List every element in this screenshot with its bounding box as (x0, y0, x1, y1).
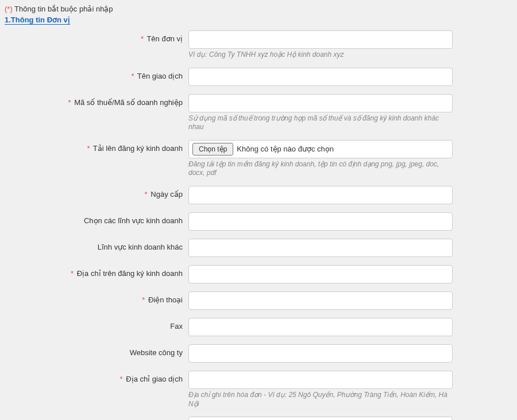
label-linh-vuc: Chọn các lĩnh vực kinh doanh (5, 212, 188, 225)
website-input[interactable] (188, 344, 453, 363)
label-ma-so-thue: * Mã số thuế/Mã số doanh nghiệp (5, 94, 188, 107)
label-linh-vuc-khac: Lĩnh vực kinh doanh khác (5, 239, 188, 251)
section-title: 1.Thông tin Đơn vị (5, 15, 70, 25)
label-ten-don-vi: * Tên đơn vị (5, 30, 188, 43)
required-star: (*) (5, 5, 13, 13)
ma-so-thue-input[interactable] (188, 94, 453, 112)
linh-vuc-input[interactable] (188, 212, 453, 231)
ngay-cap-input[interactable] (188, 186, 453, 204)
label-ten-giao-dich: * Tên giao dịch (5, 68, 188, 80)
dia-chi-dkkd-input[interactable] (188, 265, 453, 283)
file-no-file-text: Không có tệp nào được chọn (237, 145, 334, 153)
form-container: * Tên đơn vị Ví dụ: Công Ty TNHH xyz hoặ… (5, 30, 512, 420)
label-quoc-gia: * Quốc gia (5, 417, 188, 420)
ten-don-vi-input[interactable] (188, 30, 453, 49)
dien-thoai-input[interactable] (188, 291, 453, 310)
fax-input[interactable] (188, 318, 453, 336)
label-dien-thoai: * Điện thoại (5, 291, 188, 304)
ten-giao-dich-input[interactable] (188, 68, 453, 86)
label-dia-chi-gd: * Địa chỉ giao dịch (5, 371, 188, 383)
label-ngay-cap: * Ngày cấp (5, 186, 188, 199)
label-fax: Fax (5, 318, 188, 330)
dia-chi-gd-input[interactable] (188, 371, 453, 389)
tai-len-help: Đăng tải tệp tin mềm đăng ký kinh doanh,… (188, 160, 453, 178)
label-dia-chi-dkkd: * Địa chỉ trên đăng ký kinh doanh (5, 265, 188, 278)
ten-don-vi-help: Ví dụ: Công Ty TNHH xyz hoặc Hộ kinh doa… (188, 50, 453, 60)
file-choose-button[interactable]: Chọn tệp (192, 143, 233, 155)
label-website: Website công ty (5, 344, 188, 357)
required-text: Thông tin bắt buộc phải nhập (14, 5, 113, 13)
required-note: (*) Thông tin bắt buộc phải nhập (5, 5, 512, 13)
ma-so-thue-help: Sử dụng mã số thuế trong trường hợp mã s… (188, 114, 453, 132)
dia-chi-gd-help: Địa chỉ ghi trên hóa đơn - Ví dụ: 25 Ngô… (188, 391, 453, 409)
linh-vuc-khac-input[interactable] (188, 239, 453, 257)
quoc-gia-select[interactable]: Việt Nam (188, 417, 453, 420)
label-tai-len: * Tải lên đăng ký kinh doanh (5, 140, 188, 153)
file-upload-control[interactable]: Chọn tệp Không có tệp nào được chọn (188, 140, 453, 158)
